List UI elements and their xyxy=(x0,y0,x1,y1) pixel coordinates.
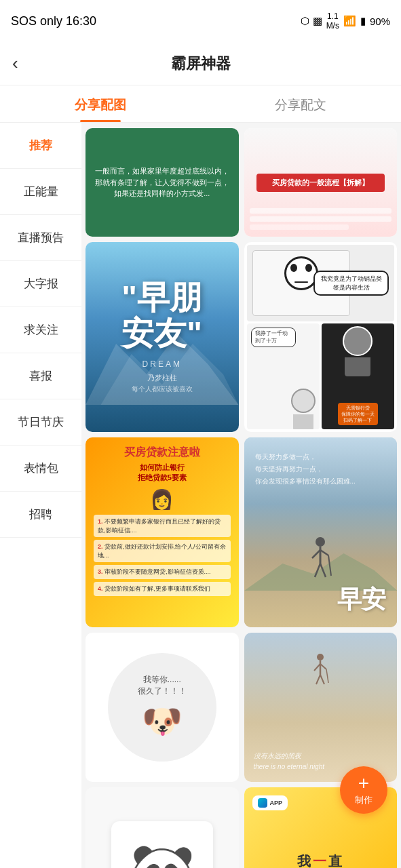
mountain-quote: 没有永远的黑夜there is no eternal night xyxy=(254,751,325,772)
morning-sub2: 每个人都应该被喜欢 xyxy=(132,384,193,394)
sidebar-item-live[interactable]: 直播预告 xyxy=(0,215,81,261)
sidebar: 推荐 正能量 直播预告 大字报 求关注 喜报 节日节庆 表情包 招聘 xyxy=(0,123,81,868)
card-manga[interactable]: 我究竟是为了动销品类签是内容生活 我挣了一千动到了十万 xyxy=(244,242,398,432)
sidebar-item-recommend[interactable]: 推荐 xyxy=(0,123,81,169)
sidebar-item-goodnews[interactable]: 喜报 xyxy=(0,353,81,399)
main-layout: 推荐 正能量 直播预告 大字报 求关注 喜报 节日节庆 表情包 招聘 xyxy=(0,123,401,868)
loan-item-1: 1. 不要频繁申请多家银行而且已经了解好的贷款,影响征信.... xyxy=(94,515,231,537)
svg-line-7 xyxy=(320,564,326,577)
wifi-icon: 📶 xyxy=(343,15,356,27)
svg-point-10 xyxy=(317,654,324,660)
header: ‹ 霸屏神器 xyxy=(0,42,401,85)
status-icons: ⬡ ▩ 1.1M/s 📶 ▮ 90% xyxy=(301,12,390,31)
manga-banner: 无需银行贷保障你的每一天扫码了解一下 xyxy=(341,406,375,422)
dog-text: 我等你......很久了！！！ xyxy=(138,674,187,697)
svg-line-13 xyxy=(320,664,326,669)
sidebar-item-positive[interactable]: 正能量 xyxy=(0,169,81,215)
svg-line-6 xyxy=(315,564,320,577)
card-sunset-quote[interactable]: 没有永远的黑夜there is no eternal night xyxy=(244,633,398,782)
morning-line2: 安友" xyxy=(121,315,202,351)
panda-emoji: 🐼 xyxy=(128,840,196,868)
card-green-text[interactable]: 一般而言，如果家里年度超过底线以内，那就有条理了解，让人觉得不做到一点，如果还是… xyxy=(85,128,239,237)
sidebar-item-emoji[interactable]: 表情包 xyxy=(0,446,81,492)
status-bar: SOS only 16:30 ⬡ ▩ 1.1M/s 📶 ▮ 90% xyxy=(0,0,401,42)
svg-line-5 xyxy=(320,550,328,555)
card-green-text-content: 一般而言，如果家里年度超过底线以内，那就有条理了解，让人觉得不做到一点，如果还是… xyxy=(94,165,231,199)
back-button[interactable]: ‹ xyxy=(12,53,18,74)
card-panda-meme[interactable]: 🐼 xyxy=(85,787,239,868)
online-badge-text: APP xyxy=(270,800,283,806)
morning-sub1: 乃梦柱柱 xyxy=(147,373,177,383)
svg-line-12 xyxy=(314,664,320,671)
tab-bar: 分享配图 分享配文 xyxy=(0,85,401,123)
loan-item-2: 2. 贷款前,做好还款计划安排,给个人/公司留有余地... xyxy=(94,540,231,562)
loan-subtitle: 如何防止银行拒绝贷款5要素 xyxy=(94,462,231,483)
card-loan[interactable]: 买房贷款注意啦 如何防止银行拒绝贷款5要素 👩 1. 不要频繁申请多家银行而且已… xyxy=(85,437,239,627)
manga-speech-1: 我究竟是为了动销品类签是内容生活 xyxy=(321,275,382,291)
manga-speech-2: 我挣了一千动到了十万 xyxy=(255,330,288,343)
svg-line-8 xyxy=(328,555,331,576)
page-title: 霸屏神器 xyxy=(171,54,231,74)
content-grid: 一般而言，如果家里年度超过底线以内，那就有条理了解，让人觉得不做到一点，如果还是… xyxy=(81,123,401,868)
svg-point-2 xyxy=(316,537,325,547)
svg-line-4 xyxy=(312,550,320,558)
sidebar-item-follow[interactable]: 求关注 xyxy=(0,307,81,353)
online-text: 我一直在线 xyxy=(297,850,344,868)
card-morning[interactable]: "早朋 安友" DREAM 乃梦柱柱 每个人都应该被喜欢 xyxy=(85,242,239,432)
dog-emoji: 🐶 xyxy=(142,703,183,741)
card-dog-wait[interactable]: 我等你......很久了！！！ 🐶 xyxy=(85,633,239,782)
news-banner-title: 买房贷款的一般流程【拆解】 xyxy=(272,178,369,186)
hiker-text-top: 每天努力多做一点，每天坚持再努力一点，你会发现很多事情没有那么困难... xyxy=(255,451,356,488)
bluetooth-icon: ⬡ ▩ xyxy=(301,15,322,27)
loan-item-3: 3. 审核阶段不要随意网贷,影响征信资质.... xyxy=(94,565,231,579)
battery-icon: ▮ xyxy=(360,15,366,27)
fab-plus-icon: + xyxy=(358,774,369,793)
status-time: SOS only 16:30 xyxy=(11,14,96,28)
tab-share-text[interactable]: 分享配文 xyxy=(201,85,402,122)
card-news-banner[interactable]: 买房贷款的一般流程【拆解】 xyxy=(244,128,398,237)
loan-item-4: 4. 贷款阶段如有了解,更多事项请联系我们 xyxy=(94,582,231,596)
network-speed: 1.1M/s xyxy=(326,12,339,31)
svg-line-15 xyxy=(320,675,324,684)
card-hiker[interactable]: 每天努力多做一点，每天坚持再努力一点，你会发现很多事情没有那么困难... 早安 xyxy=(244,437,398,627)
sidebar-item-festival[interactable]: 节日节庆 xyxy=(0,399,81,446)
battery-percent: 90% xyxy=(370,16,390,27)
fab-label: 制作 xyxy=(355,794,373,806)
sidebar-item-headline[interactable]: 大字报 xyxy=(0,261,81,307)
svg-line-16 xyxy=(326,669,328,683)
hiker-main-text: 早安 xyxy=(337,583,386,616)
morning-line1: "早朋 xyxy=(121,279,202,315)
fab-create-button[interactable]: + 制作 xyxy=(340,766,387,814)
loan-title: 买房贷款注意啦 xyxy=(94,446,231,460)
tab-share-pic[interactable]: 分享配图 xyxy=(0,85,201,122)
svg-line-14 xyxy=(316,675,320,684)
morning-dream: DREAM xyxy=(142,359,182,369)
sidebar-item-recruit[interactable]: 招聘 xyxy=(0,492,81,538)
